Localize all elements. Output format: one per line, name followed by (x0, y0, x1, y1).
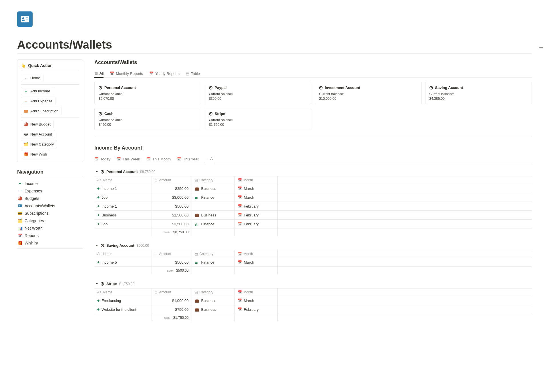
nav-accounts[interactable]: Accounts/Wallets (17, 202, 83, 210)
col-month-header: Month (244, 290, 253, 294)
col-name-header: Name (103, 178, 112, 182)
nav-budgets[interactable]: Budgets (17, 195, 83, 202)
col-month-header: Month (244, 178, 253, 182)
account-name: Cash (104, 112, 114, 116)
tab-week[interactable]: 📅This Week (117, 155, 140, 163)
tab-year[interactable]: 📅This Year (177, 155, 198, 163)
tab-all-income[interactable]: ⋯All (205, 155, 214, 163)
tab-yearly[interactable]: 📅Yearly Reports (149, 69, 180, 77)
add-expense-button[interactable]: −Add Expense (21, 97, 55, 105)
arrow-left-icon: ← (24, 76, 28, 80)
new-budget-button[interactable]: New Budget (21, 120, 54, 128)
credit-card-icon (18, 212, 22, 215)
income-table: AaName ⊡Amount ▤Category 📅Month +Freelan… (94, 288, 532, 321)
pie-icon (24, 122, 28, 126)
add-income-button[interactable]: +Add Income (21, 87, 53, 95)
calendar-icon: 📅 (238, 290, 242, 294)
nav-expenses[interactable]: −Expenses (17, 187, 83, 195)
nav-subscriptions[interactable]: Subscriptions (17, 210, 83, 217)
calendar-icon: 📅 (238, 213, 242, 217)
add-expense-label: Add Expense (30, 99, 52, 103)
accounts-grid: Personal Account Current Balance: $5,070… (94, 82, 532, 136)
group-header[interactable]: ▼ Personal Account $8,750.00 (94, 167, 532, 176)
group-header[interactable]: ▼ Saving Account $500.00 (94, 241, 532, 250)
circle-icon (99, 112, 102, 116)
circle-icon (101, 170, 104, 174)
account-name: Personal Account (104, 85, 136, 90)
calendar-icon: 📅 (238, 186, 242, 190)
table-row[interactable]: +Job $3,000.00 Finance 📅March (94, 193, 532, 202)
finance-icon (195, 222, 199, 226)
calendar-icon: 📅 (238, 260, 242, 264)
nav-wishlist[interactable]: 🎁Wishlist (17, 239, 83, 247)
minus-icon: − (24, 99, 28, 103)
calendar-icon: 📅 (238, 195, 242, 199)
new-budget-label: New Budget (30, 122, 51, 126)
balance-value: $300.00 (209, 97, 307, 101)
group-header[interactable]: ▼ Stripe $1,750.00 (94, 279, 532, 288)
balance-value: $1,750.00 (209, 123, 307, 127)
tab-monthly[interactable]: 📅Monthly Reports (110, 69, 143, 77)
nav-reports[interactable]: 📅Reports (17, 232, 83, 239)
row-month: February (244, 204, 259, 208)
account-card[interactable]: Personal Account Current Balance: $5,070… (94, 82, 201, 104)
table-row[interactable]: +Job $3,500.00 Finance 📅February (94, 220, 532, 228)
tab-label: Table (191, 71, 200, 76)
row-name: Job (102, 222, 108, 226)
account-card[interactable]: Cash Current Balance: $450.00 (94, 108, 201, 130)
tab-all[interactable]: ▦All (94, 69, 104, 78)
navigation-title: Navigation (17, 169, 83, 177)
row-amount: $1,000.00 (152, 296, 192, 305)
table-row[interactable]: +Website for the client $750.00 💼Busines… (94, 305, 532, 314)
table-row[interactable]: +Freelancing $1,000.00 💼Business 📅March (94, 296, 532, 305)
home-button[interactable]: ←Home (21, 74, 43, 82)
page-menu-icon[interactable] (539, 46, 543, 49)
row-month: March (244, 195, 254, 200)
text-icon: Aa (97, 178, 102, 182)
tab-month[interactable]: 📅This Month (146, 155, 171, 163)
nav-label: Income (25, 181, 38, 186)
row-month: March (244, 260, 254, 264)
calendar-icon: 📅 (177, 157, 181, 161)
balance-label: Current Balance: (99, 118, 197, 122)
nav-categories[interactable]: 🗂️Categories (17, 217, 83, 224)
add-subscription-button[interactable]: Add Subscription (21, 107, 61, 115)
account-card[interactable]: Stripe Current Balance: $1,750.00 (205, 108, 312, 130)
tab-label: Yearly Reports (155, 71, 180, 76)
nav-label: Net Worth (25, 226, 43, 230)
calendar-icon: 📅 (18, 234, 22, 238)
nav-networth[interactable]: 📊Net Worth (17, 224, 83, 232)
tab-label: This Month (152, 157, 171, 161)
account-card[interactable]: Investment Account Current Balance: $10,… (315, 82, 422, 104)
balance-label: Current Balance: (209, 92, 307, 95)
id-card-icon (18, 204, 22, 207)
tab-table[interactable]: ▤Table (186, 69, 200, 77)
tab-today[interactable]: 📅Today (94, 155, 110, 163)
account-name: Investment Account (325, 85, 360, 90)
minus-icon: − (18, 189, 22, 193)
table-row[interactable]: +Income 1 $250.00 💼Business 📅March (94, 184, 532, 193)
briefcase-icon: 💼 (195, 213, 199, 217)
income-table: AaName ⊡Amount ▤Category 📅Month +Income … (94, 250, 532, 274)
new-wish-label: New Wish (30, 152, 47, 156)
group-name: Saving Account (106, 243, 134, 248)
table-row[interactable]: +Income 5 $500.00 Finance 📅March (94, 258, 532, 267)
col-category-header: Category (200, 290, 214, 294)
relation-icon: ▤ (195, 290, 198, 294)
account-card[interactable]: Paypal Current Balance: $300.00 (205, 82, 312, 104)
circle-icon (209, 86, 212, 89)
table-row[interactable]: +Income 1 $500.00 📅February (94, 202, 532, 211)
row-month: March (244, 186, 254, 191)
new-wish-button[interactable]: 🎁New Wish (21, 150, 50, 158)
plus-icon: + (97, 298, 100, 303)
nav-income[interactable]: +Income (17, 180, 83, 187)
accounts-section-title: Accounts/Wallets (94, 59, 532, 65)
account-card[interactable]: Saving Account Current Balance: $4,385.0… (425, 82, 532, 104)
col-category-header: Category (200, 252, 214, 256)
table-row[interactable]: +Business $1,500.00 💼Business 📅February (94, 211, 532, 220)
col-name-header: Name (103, 290, 112, 294)
calendar-icon: 📅 (238, 307, 242, 311)
new-category-button[interactable]: 🗂️New Category (21, 140, 57, 148)
row-month: March (244, 299, 254, 303)
new-account-button[interactable]: New Account (21, 130, 55, 138)
